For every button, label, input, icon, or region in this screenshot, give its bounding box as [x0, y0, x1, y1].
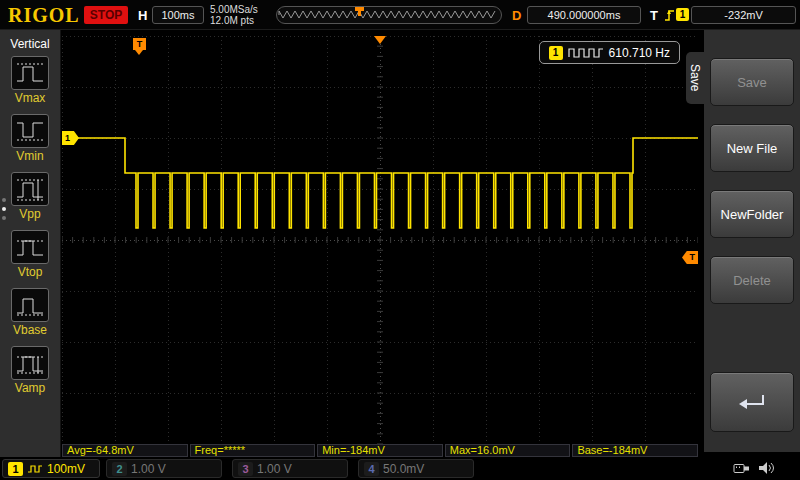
- vmin-icon: [11, 114, 49, 148]
- measurement-min: Min=-184mV: [317, 444, 443, 457]
- strip-trigger-marker: [355, 7, 364, 11]
- run-status-badge[interactable]: STOP: [84, 6, 128, 24]
- sidebar-item-label: Vbase: [13, 323, 47, 337]
- channel1-badge: 1: [8, 462, 23, 476]
- delay-label: D: [512, 8, 521, 23]
- page-indicator: [2, 198, 6, 220]
- waveform-display: 1 T T 1 610.710 Hz: [62, 36, 698, 444]
- sidebar-item-label: Vpp: [19, 207, 40, 221]
- measurement-max: Max=16.0mV: [445, 444, 571, 457]
- frequency-counter: 1 610.710 Hz: [539, 41, 680, 64]
- sidebar-item-vtop[interactable]: Vtop: [11, 230, 49, 279]
- sidebar-item-vmax[interactable]: Vmax: [11, 56, 49, 105]
- delete-button[interactable]: Delete: [710, 256, 794, 304]
- channel1-trace: [62, 36, 698, 444]
- trigger-label: T: [650, 8, 658, 23]
- channel1-coupling-icon: [27, 464, 43, 474]
- pulse-train-icon: [568, 47, 604, 59]
- new-folder-button[interactable]: NewFolder: [710, 190, 794, 238]
- page-dot: [2, 216, 6, 220]
- channel4-badge: 4: [364, 462, 379, 476]
- sidebar-item-vpp[interactable]: Vpp: [11, 172, 49, 221]
- delay-readout: 490.000000ms: [527, 6, 641, 24]
- channel2-scale: 1.00 V: [131, 462, 166, 476]
- sample-rate: 5.00MSa/s: [210, 4, 258, 15]
- channel2-badge: 2: [112, 462, 127, 476]
- channel1-scale: 100mV: [47, 462, 85, 476]
- enter-button[interactable]: [710, 372, 794, 432]
- menu-title-tab: Save: [686, 52, 704, 104]
- rising-edge-icon: [663, 7, 675, 23]
- delay-position-icon[interactable]: [374, 36, 386, 44]
- trigger-level-readout: -232mV: [691, 6, 796, 24]
- measurement-freq: Freq=*****: [190, 444, 316, 457]
- sidebar-title: Vertical: [0, 30, 60, 52]
- trigger-source-badge: 1: [676, 8, 689, 21]
- trigger-position-marker[interactable]: T: [133, 38, 146, 50]
- return-arrow-icon: [737, 392, 767, 412]
- new-file-button[interactable]: New File: [710, 124, 794, 172]
- sidebar-item-label: Vtop: [18, 265, 43, 279]
- channel3-scale: 1.00 V: [257, 462, 292, 476]
- strip-waveform-icon: [277, 7, 501, 23]
- oscilloscope-screen: RIGOL STOP H 100ms 5.00MSa/s 12.0M pts D…: [0, 0, 800, 480]
- sidebar-item-label: Vmax: [15, 91, 46, 105]
- measurement-avg: Avg=-64.8mV: [62, 444, 188, 457]
- speaker-icon[interactable]: [758, 461, 774, 476]
- usb-icon: [733, 461, 751, 476]
- measure-sidebar: Vertical Vmax Vmin Vpp: [0, 30, 61, 457]
- sidebar-item-vmin[interactable]: Vmin: [11, 114, 49, 163]
- vbase-icon: [11, 288, 49, 322]
- vpp-icon: [11, 172, 49, 206]
- page-dot: [2, 207, 6, 211]
- top-status-bar: RIGOL STOP H 100ms 5.00MSa/s 12.0M pts D…: [0, 0, 800, 30]
- measurement-results-bar: Avg=-64.8mV Freq=***** Min=-184mV Max=16…: [62, 444, 698, 457]
- page-dot: [2, 198, 6, 202]
- save-button[interactable]: Save: [710, 58, 794, 106]
- channel4-status[interactable]: 4 50.0mV: [358, 459, 474, 478]
- vmax-icon: [11, 56, 49, 90]
- sample-rate-readout: 5.00MSa/s 12.0M pts: [210, 4, 258, 26]
- channel3-status[interactable]: 3 1.00 V: [232, 459, 348, 478]
- channel4-scale: 50.0mV: [383, 462, 424, 476]
- brand-logo: RIGOL: [8, 4, 80, 27]
- channel1-status[interactable]: 1 100mV: [2, 459, 100, 478]
- vamp-icon: [11, 346, 49, 380]
- measurement-base: Base=-184mV: [572, 444, 698, 457]
- channel-status-bar: 1 100mV 2 1.00 V 3 1.00 V 4 50.0mV: [0, 458, 800, 480]
- channel2-status[interactable]: 2 1.00 V: [106, 459, 222, 478]
- frequency-counter-value: 610.710 Hz: [609, 46, 670, 60]
- channel3-badge: 3: [238, 462, 253, 476]
- sidebar-item-vamp[interactable]: Vamp: [11, 346, 49, 395]
- timebase-readout: 100ms: [152, 6, 204, 24]
- horizontal-label: H: [138, 8, 147, 23]
- sidebar-item-label: Vamp: [15, 381, 45, 395]
- memory-depth: 12.0M pts: [210, 15, 258, 26]
- sidebar-item-label: Vmin: [16, 149, 43, 163]
- frequency-counter-channel-badge: 1: [549, 46, 563, 60]
- sidebar-item-vbase[interactable]: Vbase: [11, 288, 49, 337]
- sidebar-items: Vmax Vmin Vpp Vtop: [0, 56, 60, 395]
- horizontal-position-strip[interactable]: [276, 6, 502, 24]
- vtop-icon: [11, 230, 49, 264]
